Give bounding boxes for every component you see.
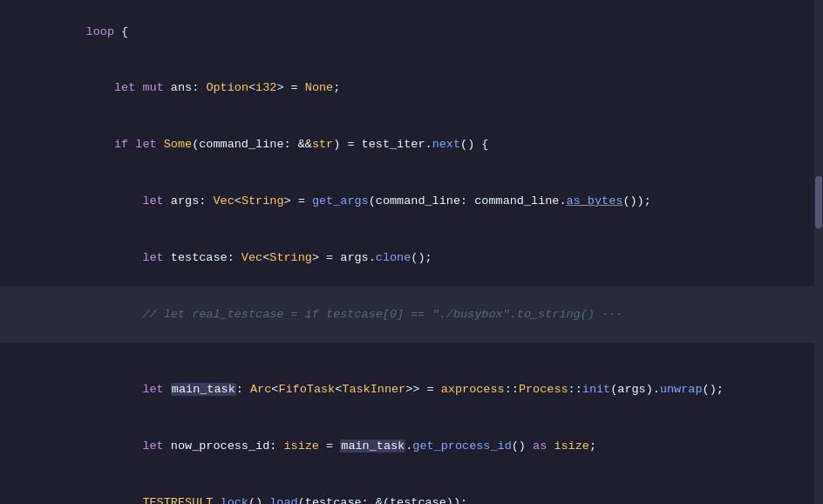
line-content (44, 343, 823, 362)
line-content: let now_process_id: isize = main_task.ge… (44, 418, 823, 474)
code-line: let main_task: Arc<FifoTask<TaskInner>> … (0, 362, 823, 419)
keyword: loop (86, 25, 114, 38)
scrollbar-thumb[interactable] (815, 176, 822, 228)
code-line: let mut ans: Option<i32> = None; (0, 60, 823, 117)
code-line: if let Some(command_line: &&str) = test_… (0, 117, 823, 174)
code-line: let args: Vec<String> = get_args(command… (0, 173, 823, 229)
line-content: let testcase: Vec<String> = args.clone()… (44, 229, 823, 286)
line-content: // let real_testcase = if testcase[0] ==… (44, 286, 823, 343)
code-line-highlighted: // let real_testcase = if testcase[0] ==… (0, 286, 823, 343)
line-content: let args: Vec<String> = get_args(command… (44, 173, 823, 229)
code-line (0, 343, 823, 362)
code-line: let now_process_id: isize = main_task.ge… (0, 418, 823, 474)
line-content: let mut ans: Option<i32> = None; (44, 60, 823, 117)
line-content: loop { (44, 3, 823, 60)
line-content: let main_task: Arc<FifoTask<TaskInner>> … (44, 362, 823, 419)
code-editor: loop { let mut ans: Option<i32> = None; … (0, 0, 823, 504)
code-line: let testcase: Vec<String> = args.clone()… (0, 229, 823, 286)
scrollbar[interactable] (814, 0, 823, 504)
line-content: TESTRESULT.lock().load(testcase: &(testc… (44, 474, 823, 504)
code-line: TESTRESULT.lock().load(testcase: &(testc… (0, 474, 823, 504)
code-line: loop { (0, 3, 823, 60)
line-content: if let Some(command_line: &&str) = test_… (44, 117, 823, 174)
